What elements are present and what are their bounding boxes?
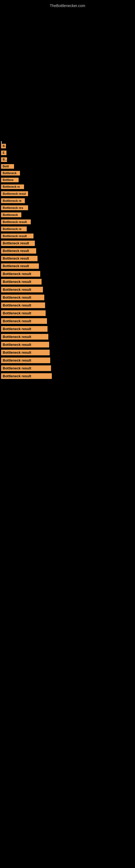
list-item: B <box>0 144 135 148</box>
result-label[interactable]: Bottleneck result <box>1 334 48 340</box>
list-item: Bottleneck result <box>0 365 135 371</box>
result-label[interactable]: Bottleneck result <box>1 358 50 363</box>
list-item: Bottleneck result <box>0 373 135 379</box>
list-item: Bo <box>0 157 135 162</box>
list-item: E <box>0 151 135 155</box>
result-label[interactable]: Bottleneck result <box>1 234 34 239</box>
result-label[interactable]: Bottleneck <box>1 171 20 176</box>
result-label[interactable]: Bottleneck result <box>1 219 31 224</box>
result-label[interactable]: Bottleneck result <box>1 294 44 300</box>
list-item: Bottleneck result <box>0 219 135 224</box>
list-item: Bottleneck result <box>0 256 135 261</box>
list-item: Bottleneck result <box>0 326 135 332</box>
list-item: Bottleneck result <box>0 358 135 363</box>
list-item: Bottleneck result <box>0 294 135 300</box>
list-item: Bottleneck re <box>0 184 135 189</box>
result-label[interactable]: Bo <box>1 157 7 162</box>
list-item: Bottleneck result <box>0 310 135 316</box>
result-label[interactable]: Bottleneck <box>1 212 21 217</box>
result-label[interactable]: Bottleneck result <box>1 287 43 292</box>
list-item: Bottleneck result <box>0 264 135 269</box>
list-item: Bottleneck result <box>0 279 135 284</box>
list-item: Bottleneck result <box>0 350 135 355</box>
site-title: TheBottlenecker.com <box>0 1 135 10</box>
list-item: Bottlene <box>0 178 135 182</box>
result-label[interactable]: Bottleneck result <box>1 365 51 371</box>
result-label[interactable]: Bottleneck result <box>1 264 39 269</box>
list-item: Bottleneck result <box>0 241 135 246</box>
result-label[interactable]: Bottleneck result <box>1 326 48 332</box>
result-label[interactable]: Bottleneck result <box>1 241 35 246</box>
list-item: Bottleneck result <box>0 271 135 277</box>
result-label[interactable]: Bottl <box>1 164 14 169</box>
list-item: Bottleneck result <box>0 318 135 324</box>
result-label[interactable]: Bottleneck result <box>1 350 50 355</box>
list-item: Bottleneck result <box>0 234 135 239</box>
list-item: Bottleneck result <box>0 342 135 347</box>
result-label[interactable]: Bottleneck result <box>1 303 45 308</box>
list-item: Bottleneck res <box>0 205 135 210</box>
list-item: Bottleneck re <box>0 226 135 231</box>
result-label[interactable]: Bottleneck result <box>1 373 52 379</box>
result-label[interactable]: Bottleneck resul <box>1 191 28 196</box>
list-item: Bottleneck <box>0 212 135 217</box>
result-label[interactable]: B <box>1 144 6 148</box>
result-label[interactable]: Bottleneck result <box>1 271 40 277</box>
result-label[interactable]: E <box>1 151 6 155</box>
list-item: Bottl <box>0 164 135 169</box>
result-label[interactable]: Bottleneck result <box>1 310 46 316</box>
result-label[interactable]: Bottlene <box>1 178 18 182</box>
list-item: Bottleneck re <box>0 198 135 203</box>
list-item: Bottleneck resul <box>0 191 135 196</box>
result-label[interactable]: Bottleneck re <box>1 226 27 231</box>
list-item: Bottleneck result <box>0 248 135 254</box>
results-list: BEBoBottlBottleneckBottleneBottleneck re… <box>0 144 135 381</box>
list-item: Bottleneck result <box>0 334 135 340</box>
result-label[interactable]: Bottleneck result <box>1 279 42 284</box>
result-label[interactable]: Bottleneck result <box>1 248 36 254</box>
result-label[interactable]: Bottleneck result <box>1 342 49 347</box>
result-label[interactable]: Bottleneck res <box>1 205 28 210</box>
result-label[interactable]: Bottleneck result <box>1 256 38 261</box>
list-item: Bottleneck result <box>0 287 135 292</box>
result-label[interactable]: Bottleneck re <box>1 198 25 203</box>
list-item: Bottleneck result <box>0 303 135 308</box>
result-label[interactable]: Bottleneck re <box>1 184 24 189</box>
list-item: Bottleneck <box>0 171 135 176</box>
result-label[interactable]: Bottleneck result <box>1 318 47 324</box>
